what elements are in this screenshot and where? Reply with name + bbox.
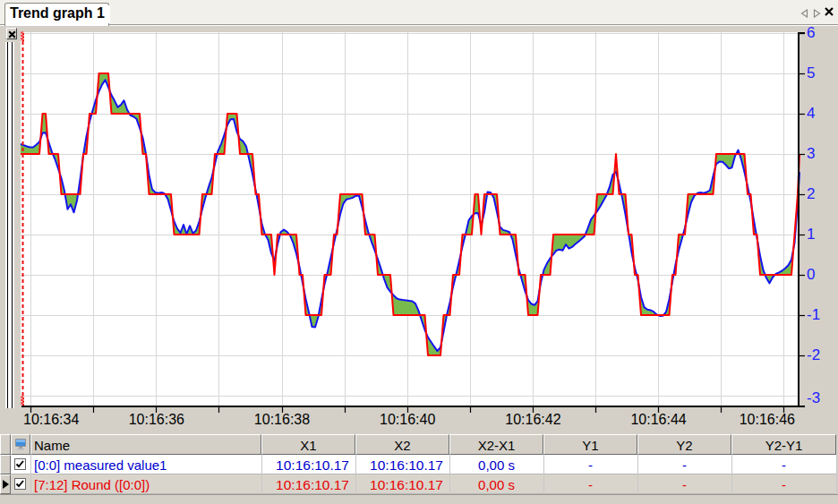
svg-text:0: 0: [807, 266, 815, 283]
svg-text:1: 1: [807, 226, 815, 243]
svg-text:-3: -3: [807, 389, 820, 406]
svg-text:-2: -2: [807, 346, 820, 363]
svg-text:10:16:46: 10:16:46: [740, 412, 795, 427]
svg-text:2: 2: [807, 185, 815, 202]
svg-text:10:16:42: 10:16:42: [505, 412, 560, 427]
svg-text:6: 6: [807, 24, 815, 41]
svg-text:10:16:38: 10:16:38: [254, 412, 310, 427]
svg-text:3: 3: [807, 145, 815, 162]
svg-text:10:16:36: 10:16:36: [129, 412, 184, 427]
svg-text:-1: -1: [807, 306, 820, 323]
svg-text:5: 5: [807, 64, 815, 81]
svg-text:4: 4: [807, 105, 815, 122]
svg-text:10:16:34: 10:16:34: [23, 412, 79, 427]
svg-text:10:16:44: 10:16:44: [630, 412, 686, 427]
svg-text:10:16:40: 10:16:40: [380, 412, 435, 427]
